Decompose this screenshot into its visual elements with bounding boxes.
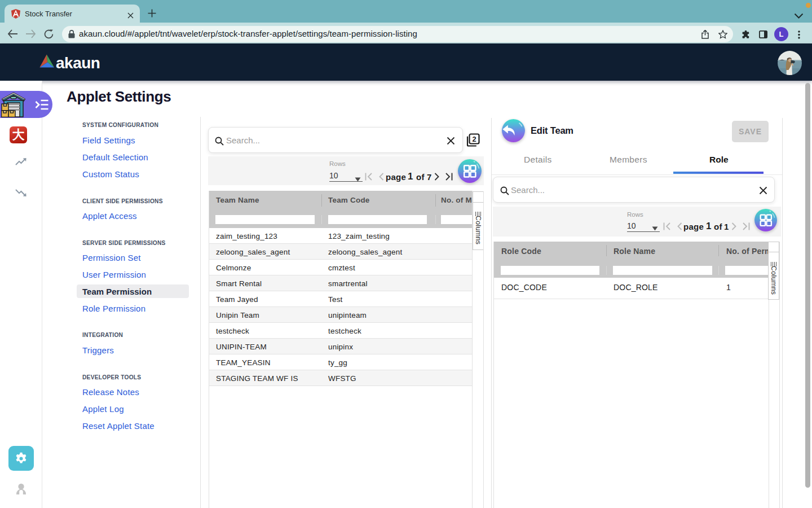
svg-text:2: 2	[472, 135, 476, 143]
